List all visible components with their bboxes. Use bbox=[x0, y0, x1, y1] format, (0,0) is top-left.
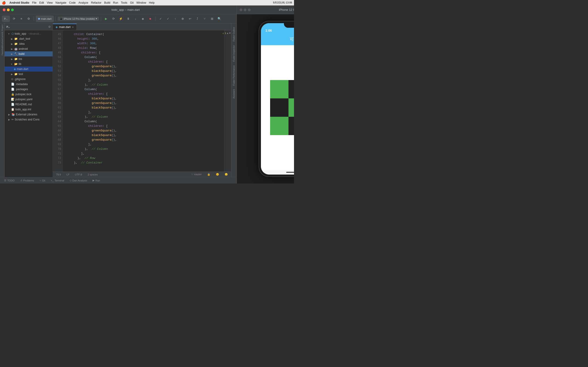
git-history-btn[interactable]: ⊕ bbox=[179, 16, 186, 22]
status-encoding[interactable]: UTF-8 bbox=[73, 172, 83, 177]
tree-android[interactable]: ▶ 🤖 android bbox=[5, 46, 52, 51]
git-check2-btn[interactable]: ✓ bbox=[165, 16, 171, 22]
project-selector[interactable]: P... bbox=[2, 16, 10, 22]
tree-root[interactable]: ▾ ⬡ todo_app ~/Android... bbox=[5, 31, 52, 36]
step-btn[interactable]: ↓ bbox=[132, 16, 139, 22]
nav-down-icon[interactable]: ▼ bbox=[229, 32, 231, 35]
tree-ext-libs[interactable]: ▶ 📚 External Libraries bbox=[5, 112, 52, 117]
apple-menu[interactable]: 🍎 bbox=[2, 1, 6, 5]
gear-icon[interactable]: ⚙ bbox=[48, 25, 51, 28]
git-revert-btn[interactable]: ↩ bbox=[187, 16, 193, 22]
coverage-btn[interactable]: ◈ bbox=[140, 16, 146, 22]
menu-refactor[interactable]: Refactor bbox=[91, 1, 101, 4]
git-branch-btn[interactable]: ⑂ bbox=[201, 16, 208, 22]
menu-build[interactable]: Build bbox=[104, 1, 111, 4]
code-editor[interactable]: 45 46 47 48 49 50 51 52 53 54 55 56 57 5… bbox=[53, 30, 231, 172]
tree-main-dart[interactable]: ◈ main.dart bbox=[5, 67, 52, 72]
git-push-btn[interactable]: ⤴ bbox=[194, 16, 200, 22]
tree-scratches[interactable]: ▶ ✏ Scratches and Cons bbox=[5, 117, 52, 122]
pause-btn[interactable]: ⏸ bbox=[125, 16, 131, 22]
git-label: Git bbox=[42, 179, 45, 182]
minimize-button[interactable] bbox=[7, 8, 10, 11]
git-tab[interactable]: ⑂ Git bbox=[37, 177, 48, 184]
status-branch[interactable]: ⑂ master bbox=[190, 173, 203, 176]
tree-test[interactable]: ▶ 📁 test bbox=[5, 72, 52, 77]
status-position[interactable]: 79:9 bbox=[55, 172, 62, 177]
menu-analyze[interactable]: Analyze bbox=[78, 1, 88, 4]
line-num-53: 53 bbox=[53, 69, 61, 73]
project-view-btn[interactable]: Project bbox=[0, 24, 4, 31]
lib-arrow: ▾ bbox=[11, 63, 13, 65]
git-update-btn[interactable]: ↑ bbox=[172, 16, 179, 22]
menu-git[interactable]: Git bbox=[130, 1, 133, 4]
menu-file[interactable]: File bbox=[32, 1, 36, 4]
dart-analysis-tab[interactable]: ◇ Dart Analysis bbox=[67, 177, 89, 184]
flutter-btn[interactable]: ⟳ bbox=[110, 16, 117, 22]
favorites-btn[interactable]: Favorites bbox=[0, 48, 4, 55]
status-lf[interactable]: LF bbox=[65, 172, 71, 177]
status-lock[interactable]: 🔒 bbox=[206, 173, 212, 176]
menu-tools[interactable]: Tools bbox=[121, 1, 127, 4]
file-tab[interactable]: main.dart bbox=[36, 16, 54, 22]
tree-lib[interactable]: ▾ 📂 lib bbox=[5, 61, 52, 67]
tree-idea[interactable]: ▶ 📁 .idea bbox=[5, 41, 52, 46]
code-content[interactable]: child: Container( height: 300, width: 30… bbox=[63, 30, 224, 172]
flutter-outline-tab[interactable]: Flutter Outline bbox=[232, 25, 236, 43]
lib-folder-icon: 📂 bbox=[14, 62, 18, 66]
menu-view[interactable]: View bbox=[47, 1, 53, 4]
fullscreen-button[interactable] bbox=[11, 8, 14, 11]
git-check-btn[interactable]: ✓ bbox=[157, 16, 164, 22]
assistant-tab[interactable]: Assistant bbox=[232, 87, 236, 100]
gutter-panel: ⚠ 1 ▲ ▼ bbox=[224, 30, 231, 172]
stop-button[interactable]: ■ bbox=[147, 16, 153, 22]
metadata-name: .metadata bbox=[15, 83, 27, 86]
tree-build[interactable]: ▶ 🔨 build bbox=[5, 51, 52, 56]
status-indent[interactable]: 2 spaces bbox=[86, 172, 99, 177]
tree-pubspec-yaml[interactable]: 📝 pubspec.yaml bbox=[5, 97, 52, 102]
close-button[interactable] bbox=[3, 8, 6, 11]
project-header: P... ⚙ bbox=[5, 23, 52, 30]
git-tag-btn[interactable]: ⊞ bbox=[209, 16, 215, 22]
settings-btn[interactable]: ⚙ bbox=[26, 16, 32, 22]
flutter-performance-tab[interactable]: Flutter Performance bbox=[232, 64, 236, 87]
tree-gitignore[interactable]: ⊙ .gitignore bbox=[5, 77, 52, 82]
menu-help[interactable]: Help bbox=[149, 1, 155, 4]
commit-btn[interactable]: Commit bbox=[0, 32, 4, 39]
sync-btn[interactable]: ≡ bbox=[18, 16, 25, 22]
tree-metadata[interactable]: 📄 .metadata bbox=[5, 82, 52, 87]
menu-edit[interactable]: Edit bbox=[39, 1, 44, 4]
search-btn[interactable]: 🔍 bbox=[216, 16, 223, 22]
code-line-50: Column( bbox=[67, 55, 224, 60]
terminal-tab[interactable]: >_ Terminal bbox=[48, 177, 66, 184]
refresh-btn[interactable]: ⟳ bbox=[11, 16, 17, 22]
tab-main-dart[interactable]: ◈ main.dart ✕ bbox=[53, 24, 77, 30]
sim-close-btn[interactable] bbox=[240, 8, 242, 11]
device-selector[interactable]: 📱 iPhone 12 Pro Max (mobile) ▾ bbox=[58, 17, 99, 21]
problems-tab[interactable]: ⚠ Problems bbox=[18, 177, 36, 184]
status-happy[interactable]: 😊 bbox=[215, 173, 221, 176]
todo-tab[interactable]: ☰ TODO bbox=[2, 177, 17, 184]
tree-iml[interactable]: 📋 todo_app.iml bbox=[5, 107, 52, 112]
menu-code[interactable]: Code bbox=[69, 1, 76, 4]
packages-name: .packages bbox=[15, 88, 28, 91]
status-sad[interactable]: 😞 bbox=[223, 173, 229, 176]
tab-close-btn[interactable]: ✕ bbox=[72, 26, 74, 28]
run-tab[interactable]: ▶ Run bbox=[90, 177, 102, 184]
menu-android-studio[interactable]: Android Studio bbox=[9, 1, 29, 4]
flutter-inspector-tab[interactable]: Flutter Inspector bbox=[232, 43, 236, 64]
tree-ios[interactable]: ▶ 📁 ios bbox=[5, 56, 52, 61]
nav-up-icon[interactable]: ▲ bbox=[227, 32, 229, 35]
tree-readme[interactable]: 📄 README.md bbox=[5, 102, 52, 107]
tree-packages[interactable]: 📄 .packages bbox=[5, 87, 52, 92]
structure-btn[interactable]: Structure bbox=[0, 40, 4, 47]
run-button[interactable]: ▶ bbox=[103, 16, 109, 22]
menu-window[interactable]: Window bbox=[137, 1, 146, 4]
menu-run[interactable]: Run bbox=[113, 1, 118, 4]
hot-reload-btn[interactable]: ⚡ bbox=[118, 16, 124, 22]
tree-dart-tool[interactable]: ▶ 📁 .dart_tool bbox=[5, 36, 52, 41]
menu-navigate[interactable]: Navigate bbox=[55, 1, 66, 4]
sim-minimize-btn[interactable] bbox=[244, 8, 246, 11]
tree-pubspec-lock[interactable]: 🔒 pubspec.lock bbox=[5, 92, 52, 97]
sim-fullscreen-btn[interactable] bbox=[248, 8, 251, 11]
code-line-59: blackSquare(), bbox=[67, 96, 224, 101]
